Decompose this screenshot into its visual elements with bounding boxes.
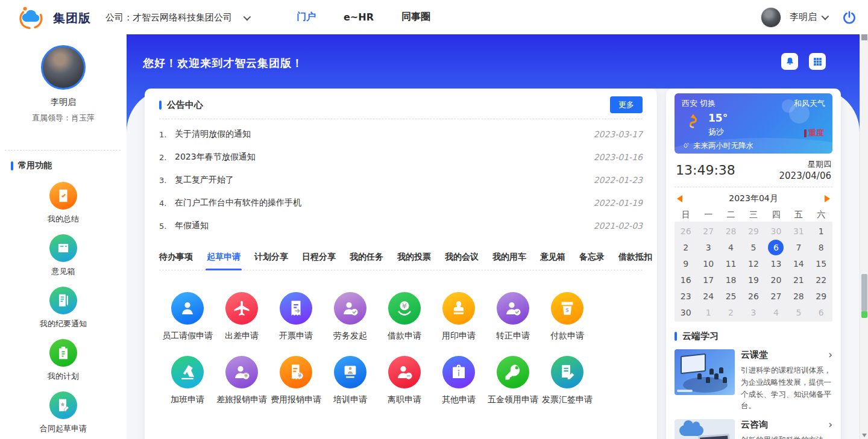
tab-我的投票[interactable]: 我的投票: [397, 252, 431, 263]
tab-起草申请[interactable]: 起草申请: [207, 252, 241, 263]
app-tile[interactable]: 五金领用申请: [486, 356, 540, 405]
calendar-day[interactable]: 15: [810, 255, 832, 272]
switch-city-link[interactable]: 切换: [700, 99, 715, 108]
calendar-day[interactable]: 11: [720, 255, 742, 272]
calendar-day[interactable]: 16: [675, 272, 697, 288]
calendar-day[interactable]: 29: [742, 223, 764, 239]
tab-计划分享[interactable]: 计划分享: [254, 252, 288, 263]
learning-item[interactable]: 云咨询›创新的思维和科学的方法，汇聚商业精英群体，解决企业成长的困惑与战略性发展…: [675, 419, 832, 439]
calendar-day[interactable]: 30: [675, 304, 697, 320]
user-menu[interactable]: 李明启: [790, 11, 827, 23]
app-tile[interactable]: 转正申请: [486, 292, 540, 341]
calendar-day[interactable]: 20: [765, 272, 787, 288]
tab-意见箱[interactable]: 意见箱: [540, 252, 565, 263]
calendar-day[interactable]: 7: [787, 239, 810, 255]
announcement-row[interactable]: 2.2023年春节放假通知2023-01-16: [159, 146, 643, 169]
calendar-day[interactable]: 8: [810, 239, 832, 255]
tab-我的会议[interactable]: 我的会议: [445, 252, 479, 263]
scrollbar-top-button[interactable]: [861, 34, 867, 40]
calendar-day[interactable]: 5: [787, 304, 810, 320]
calendar-day[interactable]: 21: [787, 272, 810, 288]
chevron-right-icon[interactable]: ›: [828, 420, 832, 430]
app-tile[interactable]: 开票申请: [269, 292, 323, 341]
calendar-day[interactable]: 24: [697, 288, 719, 304]
app-tile[interactable]: ¥借款申请: [377, 292, 432, 341]
calendar-day[interactable]: 29: [810, 288, 832, 304]
calendar-day[interactable]: 4: [720, 239, 742, 255]
tab-待办事项[interactable]: 待办事项: [159, 252, 193, 263]
app-tile[interactable]: 用印申请: [432, 292, 486, 341]
calendar-day[interactable]: 1: [810, 223, 832, 239]
user-avatar[interactable]: [761, 7, 781, 28]
announcement-row[interactable]: 1.关于清明放假的通知2023-03-17: [159, 123, 643, 146]
app-tile[interactable]: 加班申请: [160, 356, 215, 405]
notification-bell-button[interactable]: [781, 53, 798, 70]
calendar-day[interactable]: 6: [810, 304, 832, 320]
calendar-day[interactable]: 30: [765, 223, 787, 239]
tab-日程分享[interactable]: 日程分享: [302, 252, 336, 263]
calendar-day[interactable]: 26: [675, 223, 697, 239]
tab-我的任务[interactable]: 我的任务: [350, 252, 383, 263]
calendar-day[interactable]: 13: [765, 255, 787, 272]
calendar-day[interactable]: 19: [742, 272, 764, 288]
calendar-day[interactable]: 2: [675, 239, 697, 255]
tab-我的用车[interactable]: 我的用车: [492, 252, 526, 263]
app-tile[interactable]: 发票汇签申请: [540, 356, 594, 405]
calendar-day[interactable]: 5: [742, 239, 764, 255]
calendar-day[interactable]: 3: [697, 239, 719, 255]
calendar-day[interactable]: 28: [787, 288, 810, 304]
company-selector[interactable]: 公司：才智云网络科技集团公司: [105, 12, 249, 23]
nav-item[interactable]: 同事圈: [401, 11, 430, 23]
calendar-day-selected[interactable]: 6: [765, 239, 787, 255]
app-tile[interactable]: 培训申请: [323, 356, 377, 405]
calendar-day[interactable]: 3: [742, 304, 764, 320]
app-tile[interactable]: ¥费用报销申请: [269, 356, 323, 405]
calendar-day[interactable]: 4: [765, 304, 787, 320]
sidebar-function-item[interactable]: 我的计划: [0, 335, 127, 387]
page-scrollbar[interactable]: [860, 34, 868, 439]
app-tile[interactable]: 员工请假申请: [160, 292, 215, 341]
app-tile[interactable]: 出差申请: [215, 292, 269, 341]
calendar-day[interactable]: 23: [675, 288, 697, 304]
calendar-day[interactable]: 2: [720, 304, 742, 320]
calendar-day[interactable]: 10: [697, 255, 719, 272]
calendar-day[interactable]: 26: [742, 288, 764, 304]
app-tile[interactable]: $付款申请: [540, 292, 594, 341]
logout-power-button[interactable]: [841, 10, 857, 25]
nav-item[interactable]: 门户: [297, 11, 316, 23]
apps-grid-button[interactable]: [809, 53, 826, 70]
calendar-day[interactable]: 27: [765, 288, 787, 304]
announcement-row[interactable]: 3.复工复产开始了2022-01-23: [159, 169, 643, 191]
app-tile[interactable]: ¥差旅报销申请: [215, 356, 269, 405]
calendar-day[interactable]: 14: [787, 255, 810, 272]
sidebar-function-item[interactable]: 合同起草申请: [0, 387, 127, 439]
calendar-day[interactable]: 22: [810, 272, 832, 288]
app-tile[interactable]: 其他申请: [432, 356, 486, 405]
calendar-day[interactable]: 1: [697, 304, 719, 320]
calendar-day[interactable]: 25: [720, 288, 742, 304]
scrollbar-down-arrow[interactable]: [862, 434, 867, 437]
prev-month-button[interactable]: [677, 195, 682, 202]
sidebar-function-item[interactable]: 意见箱: [0, 230, 127, 282]
calendar-day[interactable]: 31: [787, 223, 810, 239]
nav-item[interactable]: e~HR: [344, 11, 374, 23]
calendar-day[interactable]: 18: [720, 272, 742, 288]
learning-item[interactable]: 云课堂›引进科学的课程培训体系，为企业战略性发展，提供一个成长、学习、知识储备平…: [675, 349, 832, 412]
sidebar-function-item[interactable]: 我的纪要通知: [0, 282, 127, 335]
tab-备忘录[interactable]: 备忘录: [579, 252, 605, 263]
next-month-button[interactable]: [825, 195, 830, 202]
calendar-day[interactable]: 28: [720, 223, 742, 239]
announcement-row[interactable]: 5.年假通知2021-02-03: [159, 214, 643, 237]
app-tile[interactable]: 劳务发起: [323, 292, 377, 341]
calendar-day[interactable]: 12: [742, 255, 764, 272]
scrollbar-thumb[interactable]: [861, 274, 867, 311]
chevron-right-icon[interactable]: ›: [828, 350, 832, 360]
calendar-day[interactable]: 9: [675, 255, 697, 272]
app-tile[interactable]: 离职申请: [377, 356, 432, 405]
calendar-day[interactable]: 27: [697, 223, 719, 239]
more-button[interactable]: 更多: [610, 96, 643, 113]
calendar-day[interactable]: 17: [697, 272, 719, 288]
announcement-row[interactable]: 4.在门户工作台中有软件的操作手机2022-01-19: [159, 191, 643, 214]
tab-借款抵扣[interactable]: 借款抵扣: [618, 252, 652, 263]
sidebar-function-item[interactable]: 我的总结: [0, 178, 127, 230]
